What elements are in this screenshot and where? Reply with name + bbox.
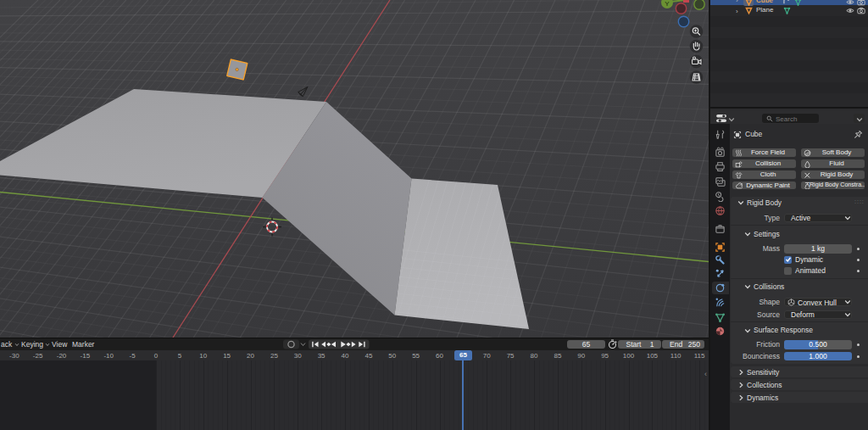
svg-text:Y: Y	[665, 0, 670, 8]
